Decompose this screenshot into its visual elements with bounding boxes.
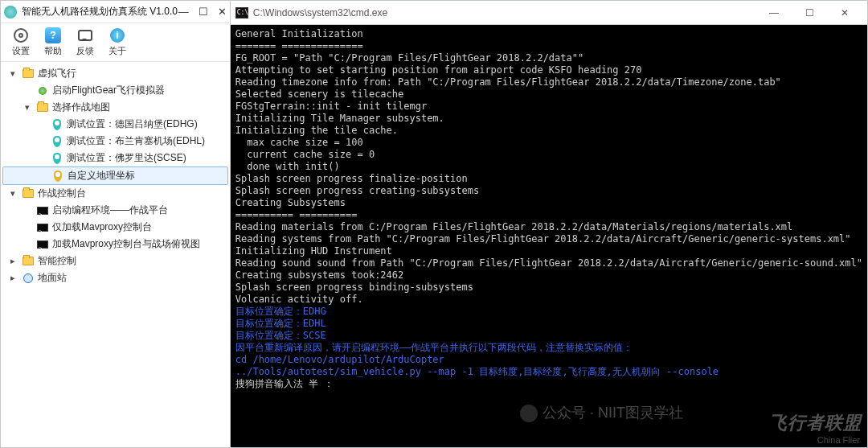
help-label: 帮助 <box>44 45 62 57</box>
tree-item[interactable]: 启动编程环境——作战平台 <box>2 202 228 219</box>
console-highlight-line: 因平台重新编译原因，请开启编程环境——作战平台并执行以下两段代码，注意替换实际的… <box>235 342 862 354</box>
console-line: Initializing Tile Manager subsystem. <box>235 113 862 125</box>
cmd-minimize-button[interactable]: — <box>756 2 792 24</box>
tree-item[interactable]: ▸智能控制 <box>2 253 228 269</box>
collapse-icon[interactable]: ▾ <box>22 102 33 113</box>
tree-item[interactable]: 测试位置：德国吕纳堡(EDHG) <box>2 116 228 133</box>
app-icon <box>4 6 17 18</box>
close-button[interactable]: ✕ <box>218 6 227 17</box>
tree-item-label: 智能控制 <box>38 254 76 268</box>
console-line: max cache size = 100 <box>235 137 862 149</box>
ime-status-line: 搜狗拼音输入法 半 ： <box>235 378 862 390</box>
expand-icon[interactable]: ▸ <box>7 273 18 283</box>
console-line: Attempting to set starting position from… <box>235 64 862 76</box>
tree-item[interactable]: ▾选择作战地图 <box>2 99 228 116</box>
console-highlight-line: 目标位置确定：EDHL <box>235 318 862 330</box>
console-line: Volcanic activity off. <box>235 294 862 306</box>
tree-item-label: 自定义地理坐标 <box>68 169 135 183</box>
launch-icon <box>36 84 49 97</box>
console-highlight-line: ../Tools/autotest/sim_vehicle.py --map -… <box>235 366 862 378</box>
console-line: current cache size = 0 <box>235 149 862 161</box>
console-line: ======= ============== <box>235 40 862 52</box>
folder-icon <box>22 68 35 80</box>
location-pin-icon <box>51 135 63 148</box>
location-pin-icon <box>51 118 63 131</box>
tree-item-label: 加载Mavproxy控制台与战场俯视图 <box>52 237 200 251</box>
tree-item-label: 启动FlightGear飞行模拟器 <box>52 84 165 97</box>
terminal-icon <box>36 221 49 234</box>
console-line: Reading systems from Path "C:/Program Fi… <box>235 233 862 245</box>
help-icon: ? <box>45 27 61 43</box>
console-line: ========== ========== <box>235 209 862 221</box>
collapse-icon[interactable]: ▾ <box>7 188 18 199</box>
tree-item[interactable]: 自定义地理坐标 <box>2 166 228 185</box>
console-line: Selected scenery is tilecache <box>235 88 862 101</box>
console-line: Reading sound sound from Path "C:/Progra… <box>235 257 862 269</box>
console-output[interactable]: General Initialization======= ==========… <box>231 25 867 447</box>
tree-item[interactable]: ▾虚拟飞行 <box>2 65 228 82</box>
folder-icon <box>22 255 35 268</box>
cmd-titlebar: C:\ C:\Windows\system32\cmd.exe — ☐ ✕ <box>231 1 867 25</box>
console-line: Creating Subsystems <box>235 197 862 209</box>
console-line: Reading materials from C:/Program Files/… <box>235 221 862 233</box>
console-line: Creating subsystems took:2462 <box>235 269 862 282</box>
console-line: done with init() <box>235 161 862 173</box>
ribbon-toolbar: 设置 ? 帮助 反馈 i 关于 <box>1 23 230 62</box>
about-label: 关于 <box>108 45 126 57</box>
tree-item[interactable]: 测试位置：佛罗里达(SCSE) <box>2 150 228 166</box>
console-line: Splash screen progress finalize-position <box>235 173 862 185</box>
tree-item-label: 测试位置：布兰肯塞机场(EDHL) <box>67 134 205 148</box>
console-line: Reading timezone info from: Path "C:/Pro… <box>235 76 862 88</box>
minimize-button[interactable]: — <box>178 6 189 17</box>
tree-item-label: 地面站 <box>38 271 67 285</box>
cmd-close-button[interactable]: ✕ <box>827 2 862 24</box>
cmd-window: C:\ C:\Windows\system32\cmd.exe — ☐ ✕ Ge… <box>231 0 868 448</box>
cmd-title: C:\Windows\system32\cmd.exe <box>253 7 756 18</box>
tree-item[interactable]: 仅加载Mavproxy控制台 <box>2 219 228 236</box>
console-highlight-line: 目标位置确定：SCSE <box>235 330 862 342</box>
tree-item[interactable]: 测试位置：布兰肯塞机场(EDHL) <box>2 133 228 150</box>
console-line: FGStgTerrain::init - init tilemgr <box>235 101 862 113</box>
expand-icon[interactable]: ▸ <box>7 256 18 266</box>
console-line: General Initialization <box>235 28 862 40</box>
tree-item-label: 仅加载Mavproxy控制台 <box>52 220 152 234</box>
console-highlight-line: 目标位置确定：EDHG <box>235 306 862 318</box>
feedback-label: 反馈 <box>76 45 94 57</box>
settings-button[interactable]: 设置 <box>7 27 35 57</box>
tree-item[interactable]: 加载Mavproxy控制台与战场俯视图 <box>2 236 228 253</box>
tree-item-label: 测试位置：佛罗里达(SCSE) <box>67 151 186 165</box>
tree-item-label: 选择作战地图 <box>52 101 110 114</box>
collapse-icon[interactable]: ▾ <box>7 68 18 79</box>
tree-item-label: 作战控制台 <box>38 187 86 200</box>
gear-icon <box>13 27 29 43</box>
tree-item-label: 启动编程环境——作战平台 <box>52 203 168 217</box>
app-titlebar: 智能无人机路径规划仿真系统 V1.0.0 — ☐ ✕ <box>1 1 230 23</box>
tree-item[interactable]: ▾作战控制台 <box>2 185 228 202</box>
gui-app-window: 智能无人机路径规划仿真系统 V1.0.0 — ☐ ✕ 设置 ? 帮助 反馈 i <box>0 0 231 448</box>
help-button[interactable]: ? 帮助 <box>39 27 67 57</box>
feedback-button[interactable]: 反馈 <box>72 27 99 57</box>
cmd-icon: C:\ <box>235 7 248 18</box>
terminal-icon <box>36 238 49 251</box>
tree-item[interactable]: ▸地面站 <box>2 269 228 286</box>
settings-label: 设置 <box>12 45 30 57</box>
maximize-button[interactable]: ☐ <box>199 6 208 17</box>
console-line: Splash screen progress binding-subsystem… <box>235 282 862 294</box>
terminal-icon <box>36 204 49 217</box>
cmd-maximize-button[interactable]: ☐ <box>792 2 827 24</box>
console-line: Initializing HUD Instrument <box>235 245 862 257</box>
folder-icon <box>22 187 35 200</box>
console-highlight-line: cd /home/Lenovo/ardupilot/ArduCopter <box>235 354 862 366</box>
folder-icon <box>36 101 49 114</box>
location-pin-icon <box>51 152 63 165</box>
tree-item-label: 虚拟飞行 <box>38 67 76 80</box>
chat-icon <box>77 27 93 43</box>
console-line: Initializing the tile cache. <box>235 125 862 137</box>
app-title: 智能无人机路径规划仿真系统 V1.0.0 <box>22 5 178 18</box>
navigation-tree[interactable]: ▾虚拟飞行启动FlightGear飞行模拟器▾选择作战地图测试位置：德国吕纳堡(… <box>1 62 230 447</box>
info-icon: i <box>109 27 125 43</box>
tree-item[interactable]: 启动FlightGear飞行模拟器 <box>2 82 228 99</box>
globe-icon <box>22 272 35 285</box>
console-line: FG_ROOT = "Path "C:/Program Files/Flight… <box>235 52 862 64</box>
about-button[interactable]: i 关于 <box>104 27 131 57</box>
